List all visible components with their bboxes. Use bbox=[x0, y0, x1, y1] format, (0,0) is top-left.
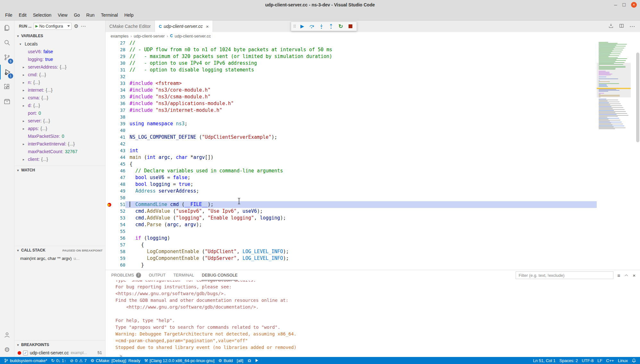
code-line-39[interactable]: 39using namespace ns3; bbox=[105, 120, 597, 127]
menu-view[interactable]: View bbox=[55, 10, 71, 20]
code-line-32[interactable]: 32 bbox=[105, 73, 597, 80]
watch-header[interactable]: ▾ WATCH bbox=[14, 166, 105, 174]
tab-udp-client-server-cc[interactable]: Cudp-client-server.cc× bbox=[155, 21, 213, 32]
chevron-right-icon[interactable]: ▸ bbox=[23, 104, 28, 107]
explorer-icon[interactable] bbox=[0, 21, 14, 35]
gutter[interactable]: 29 bbox=[105, 53, 125, 60]
continue-button[interactable]: ▶ bbox=[298, 22, 307, 30]
debug-console[interactable]: Type "show configuration" for configurat… bbox=[105, 280, 640, 357]
variable-csma[interactable]: ▸csma:{...} bbox=[14, 94, 105, 102]
gutter[interactable]: 52 bbox=[105, 208, 125, 215]
gutter[interactable]: 32 bbox=[105, 73, 125, 80]
gutter[interactable]: 50 bbox=[105, 194, 125, 201]
gutter[interactable]: 49 bbox=[105, 188, 125, 194]
code-line-49[interactable]: 49 Address serverAddress; bbox=[105, 188, 597, 194]
source-control-icon[interactable]: 6 bbox=[0, 50, 14, 65]
gutter[interactable]: 40 bbox=[105, 127, 125, 134]
gutter[interactable]: 28 bbox=[105, 46, 125, 53]
menu-edit[interactable]: Edit bbox=[16, 10, 30, 20]
breakpoints-header[interactable]: ▾ BREAKPOINTS bbox=[14, 341, 105, 349]
gutter[interactable]: 39 bbox=[105, 120, 125, 127]
gutter[interactable]: 54 bbox=[105, 221, 125, 228]
drag-handle-icon[interactable]: ⠿ bbox=[293, 24, 296, 29]
indentation-item[interactable]: Spaces: 2 bbox=[558, 357, 580, 364]
gutter[interactable]: 41 bbox=[105, 134, 125, 141]
gutter[interactable]: 27 bbox=[105, 40, 125, 46]
code-line-55[interactable]: 55 bbox=[105, 228, 597, 235]
chevron-right-icon[interactable]: ▸ bbox=[23, 127, 28, 130]
gutter[interactable]: 44 bbox=[105, 154, 125, 161]
menu-selection[interactable]: Selection bbox=[30, 10, 55, 20]
configure-gear-icon[interactable]: ⚙ bbox=[74, 24, 78, 29]
code-line-41[interactable]: 41NS_LOG_COMPONENT_DEFINE ("UdpClientSer… bbox=[105, 134, 597, 141]
step-into-button[interactable] bbox=[317, 22, 326, 30]
chevron-right-icon[interactable]: ▸ bbox=[23, 73, 28, 77]
step-out-button[interactable] bbox=[327, 22, 335, 30]
gutter[interactable]: 37 bbox=[105, 107, 125, 114]
code-line-54[interactable]: 54 cmd.Parse (argc, argv); bbox=[105, 221, 597, 228]
variable-cmd[interactable]: ▸cmd:{...} bbox=[14, 71, 105, 79]
filter-icon[interactable]: ≡ bbox=[617, 273, 620, 278]
code-line-29[interactable]: 29// - maximum of 320 packets sent (or l… bbox=[105, 53, 597, 60]
cursor-position-item[interactable]: Ln 51, Col 1 bbox=[531, 357, 557, 364]
gutter[interactable]: 55 bbox=[105, 228, 125, 235]
chevron-up-icon[interactable] bbox=[624, 273, 629, 278]
code-line-46[interactable]: 46 // Declare variables used in command-… bbox=[105, 168, 597, 174]
panel-tab-output[interactable]: OUTPUT bbox=[149, 270, 166, 280]
stop-button[interactable] bbox=[346, 22, 355, 30]
breadcrumb-item[interactable]: udp-client-server.cc bbox=[175, 34, 211, 38]
code-line-34[interactable]: 34#include "ns3/core-module.h" bbox=[105, 87, 597, 94]
panel-tab-problems[interactable]: PROBLEMS7 bbox=[111, 270, 141, 280]
code-line-52[interactable]: 52 cmd.AddValue ("useIpv6", "Use Ipv6", … bbox=[105, 208, 597, 215]
gutter[interactable]: 46 bbox=[105, 168, 125, 174]
panel-tab-terminal[interactable]: TERMINAL bbox=[173, 270, 194, 280]
code-line-51[interactable]: ▶51 CommandLine cmd (__FILE__); bbox=[105, 201, 597, 208]
minimize-button[interactable]: ─ bbox=[614, 3, 617, 7]
call-stack-header[interactable]: ▾ CALL STACK PAUSED ON BREAKPOINT bbox=[14, 246, 105, 254]
run-and-debug-icon[interactable]: 1 bbox=[0, 65, 14, 79]
editor[interactable]: 27//28// - UDP flow from n0 to n1 of 102… bbox=[105, 40, 640, 270]
start-debug-icon[interactable]: ▶ bbox=[35, 24, 38, 28]
variable-useV6[interactable]: useV6:false bbox=[14, 48, 105, 55]
chevron-right-icon[interactable]: ▸ bbox=[23, 119, 28, 123]
menu-help[interactable]: Help bbox=[121, 10, 137, 20]
code-line-27[interactable]: 27// bbox=[105, 40, 597, 46]
variable-interPacketInterval[interactable]: ▸interPacketInterval:{...} bbox=[14, 140, 105, 148]
variable-d[interactable]: ▸d:{...} bbox=[14, 102, 105, 109]
account-icon[interactable] bbox=[0, 327, 14, 342]
gutter[interactable]: 34 bbox=[105, 87, 125, 94]
close-window-button[interactable]: × bbox=[631, 2, 637, 8]
code-line-38[interactable]: 38 bbox=[105, 114, 597, 120]
variable-MaxPacketSize[interactable]: MaxPacketSize:0 bbox=[14, 132, 105, 140]
variables-header[interactable]: ▾ VARIABLES bbox=[14, 32, 105, 40]
code-line-48[interactable]: 48 bool logging = true; bbox=[105, 181, 597, 188]
code-line-59[interactable]: 59 LogComponentEnable ("UdpServer", LOG_… bbox=[105, 255, 597, 262]
console-input-prompt[interactable]: > bbox=[115, 353, 640, 357]
menu-run[interactable]: Run bbox=[83, 10, 98, 20]
maximize-button[interactable]: ☐ bbox=[622, 3, 626, 7]
notifications-item[interactable] bbox=[630, 357, 638, 364]
gutter[interactable]: 48 bbox=[105, 181, 125, 188]
gutter[interactable]: 59 bbox=[105, 255, 125, 262]
code-line-40[interactable]: 40 bbox=[105, 127, 597, 134]
code-line-47[interactable]: 47 bool useV6 = false; bbox=[105, 174, 597, 181]
console-filter-input[interactable] bbox=[516, 271, 613, 279]
code-line-53[interactable]: 53 cmd.AddValue ("logging", "Enable logg… bbox=[105, 215, 597, 221]
remote-explorer-icon[interactable] bbox=[0, 94, 14, 109]
code-line-44[interactable]: 44main (int argc, char *argv[]) bbox=[105, 154, 597, 161]
breadcrumb-item[interactable]: examples bbox=[111, 34, 129, 38]
gutter[interactable]: 31 bbox=[105, 67, 125, 73]
variable-n[interactable]: ▸n:{...} bbox=[14, 79, 105, 86]
gutter[interactable]: 43 bbox=[105, 147, 125, 154]
launch-target-item[interactable] bbox=[254, 357, 260, 364]
code-line-58[interactable]: 58 LogComponentEnable ("UdpClient", LOG_… bbox=[105, 248, 597, 255]
chevron-right-icon[interactable]: ▸ bbox=[23, 65, 28, 69]
breakpoint-row[interactable]: ✓ udp-client-server.cc exampl... 51 bbox=[14, 349, 105, 357]
code-line-31[interactable]: 31// - option to disable logging stateme… bbox=[105, 67, 597, 73]
gutter[interactable]: 30 bbox=[105, 60, 125, 67]
variable-port[interactable]: port:0 bbox=[14, 109, 105, 117]
gutter[interactable]: 36 bbox=[105, 100, 125, 107]
gutter[interactable]: 58 bbox=[105, 248, 125, 255]
eol-item[interactable]: LF bbox=[595, 357, 604, 364]
debug-config-dropdown[interactable]: ▶ No Configura bbox=[34, 23, 72, 30]
